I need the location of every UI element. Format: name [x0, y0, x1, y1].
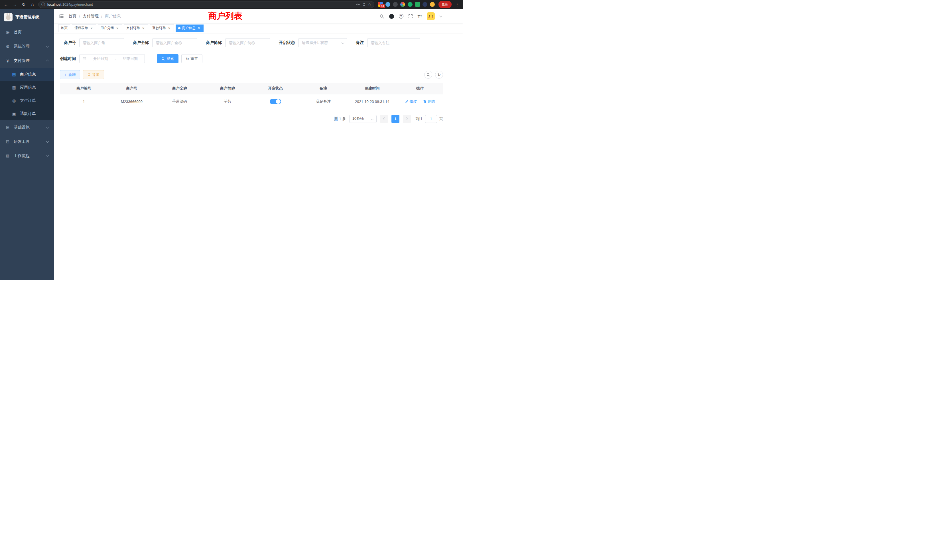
- browser-toolbar: ← → ↻ ⌂ ⓘ localhost:1024/pay/merchant ↥ …: [0, 0, 463, 9]
- reset-button[interactable]: ↻ 重置: [181, 54, 203, 63]
- extension-note-icon[interactable]: [415, 2, 420, 7]
- next-page-button[interactable]: [403, 115, 411, 123]
- tab-process-form[interactable]: 流程表单 ×: [72, 24, 96, 32]
- sidebar-item-merchant-info[interactable]: ▤ 商户信息: [0, 68, 54, 81]
- extension-color-icon[interactable]: [400, 2, 405, 7]
- briefcase-icon: ⊠: [5, 153, 10, 159]
- help-icon[interactable]: ?: [399, 14, 403, 18]
- tab-close-icon[interactable]: ×: [115, 26, 120, 30]
- tab-home[interactable]: 首页: [58, 24, 70, 32]
- cell-short-name: 芋艿: [204, 94, 251, 109]
- table-header-row: 商户编号 商户号 商户全称 商户简称 开启状态 备注 创建时间 操作: [60, 83, 443, 94]
- pagination: 共 1 条 10条/页 1 前往 页: [60, 115, 443, 123]
- app-title: 芋道管理系统: [15, 15, 39, 20]
- full-name-input[interactable]: [152, 38, 197, 47]
- address-bar[interactable]: ⓘ localhost:1024/pay/merchant ↥ ☆: [38, 1, 374, 8]
- tab-user-group[interactable]: 用户分组 ×: [98, 24, 122, 32]
- sidebar-item-payment[interactable]: ¥ 支付管理: [0, 54, 54, 68]
- cell-create-time: 2021-10-23 08:31:14: [347, 94, 397, 109]
- back-button[interactable]: ←: [3, 2, 9, 8]
- prev-page-button[interactable]: [380, 115, 388, 123]
- sidebar-item-label: 支付管理: [14, 58, 30, 63]
- yen-icon: ¥: [5, 59, 10, 63]
- app-logo[interactable]: 芋道管理系统: [0, 9, 54, 25]
- status-toggle[interactable]: [270, 98, 281, 104]
- share-icon[interactable]: ↥: [362, 2, 366, 6]
- tab-close-icon[interactable]: ×: [197, 26, 201, 30]
- sidebar-item-refund-order[interactable]: ▣ 退款订单: [0, 107, 54, 120]
- tab-label: 退款订单: [152, 26, 166, 30]
- tab-refund-order[interactable]: 退款订单 ×: [150, 24, 174, 32]
- search-button[interactable]: 搜索: [157, 54, 179, 63]
- goto-page-input[interactable]: [425, 115, 437, 123]
- browser-menu-icon[interactable]: ⋮: [454, 2, 460, 7]
- cell-merchant-id: 1: [60, 94, 108, 109]
- fullscreen-icon[interactable]: [408, 14, 413, 18]
- sidebar-item-home[interactable]: ◉ 首页: [0, 25, 54, 39]
- breadcrumb-item-home[interactable]: 首页: [68, 14, 76, 19]
- filter-row-1: 商户号 商户全称 商户简称 开启状态 请选择开启状态: [60, 38, 443, 47]
- breadcrumb-item-payment[interactable]: 支付管理: [83, 14, 98, 19]
- user-menu-caret-icon[interactable]: [439, 15, 442, 17]
- tab-label: 支付订单: [126, 26, 140, 30]
- sidebar-item-label: 应用信息: [20, 85, 36, 90]
- status-select[interactable]: 请选择开启状态: [298, 38, 347, 47]
- user-avatar[interactable]: [427, 12, 435, 20]
- current-page-button[interactable]: 1: [392, 115, 399, 123]
- sidebar-item-workflow[interactable]: ⊠ 工作流程: [0, 149, 54, 163]
- sidebar-item-devtools[interactable]: ⊟ 研发工具: [0, 135, 54, 149]
- tab-pay-order[interactable]: 支付订单 ×: [124, 24, 148, 32]
- password-key-icon[interactable]: [356, 2, 360, 6]
- sidebar-item-label: 研发工具: [14, 139, 30, 144]
- github-icon[interactable]: [389, 14, 394, 19]
- font-size-icon[interactable]: TT: [418, 14, 422, 19]
- gear-icon: ⚙: [5, 44, 10, 49]
- extension-pin-icon[interactable]: [422, 2, 427, 7]
- sidebar-item-infra[interactable]: ⊞ 基础设施: [0, 120, 54, 135]
- tab-close-icon[interactable]: ×: [167, 26, 171, 30]
- toggle-search-icon[interactable]: [424, 71, 432, 79]
- reload-button[interactable]: ↻: [21, 2, 27, 8]
- forward-button[interactable]: →: [12, 2, 18, 8]
- chevron-down-icon: [371, 118, 374, 120]
- edit-link[interactable]: 修改: [405, 99, 417, 104]
- page-size-select[interactable]: 10条/页: [349, 115, 377, 123]
- extension-green-icon[interactable]: [408, 2, 413, 7]
- remark-input[interactable]: [367, 38, 420, 47]
- short-name-input[interactable]: [225, 38, 270, 47]
- record-icon: ◎: [11, 98, 17, 103]
- bookmark-star-icon[interactable]: ☆: [368, 2, 371, 6]
- extension-blue-icon[interactable]: [386, 2, 390, 7]
- url-host: localhost: [47, 3, 61, 6]
- export-button[interactable]: ↧ 导出: [83, 70, 104, 79]
- tab-close-icon[interactable]: ×: [141, 26, 145, 30]
- sidebar-toggle-icon[interactable]: [59, 14, 64, 18]
- search-icon[interactable]: [380, 14, 384, 19]
- extension-face-icon[interactable]: [430, 2, 435, 7]
- merchant-no-input[interactable]: [79, 38, 124, 47]
- url-text[interactable]: localhost:1024/pay/merchant: [47, 3, 354, 6]
- tab-close-icon[interactable]: ×: [89, 26, 94, 30]
- card-icon: ▤: [11, 72, 17, 77]
- tab-merchant-info[interactable]: 商户信息 ×: [176, 24, 204, 32]
- extension-dark-icon[interactable]: [393, 2, 398, 7]
- cell-actions: 修改 删除: [397, 94, 443, 109]
- sidebar-item-system[interactable]: ⚙ 系统管理: [0, 39, 54, 54]
- create-time-field: 创建时间 开始日期 - 结束日期: [60, 54, 145, 63]
- refresh-icon: ↻: [186, 57, 189, 61]
- delete-link[interactable]: 删除: [423, 99, 435, 104]
- short-name-label: 商户简称: [206, 40, 222, 45]
- refresh-table-icon[interactable]: ↻: [435, 71, 443, 79]
- page-unit-label: 页: [439, 117, 443, 121]
- date-range-picker[interactable]: 开始日期 - 结束日期: [79, 54, 145, 63]
- cell-merchant-no: M233666999: [108, 94, 156, 109]
- extension-grid-icon[interactable]: 10: [378, 2, 383, 7]
- col-header: 创建时间: [347, 83, 397, 94]
- sidebar-item-app-info[interactable]: ▦ 应用信息: [0, 81, 54, 94]
- add-button[interactable]: + 新增: [60, 70, 80, 79]
- monitor-icon: ⊞: [5, 125, 10, 130]
- home-button[interactable]: ⌂: [29, 2, 36, 8]
- browser-update-button[interactable]: 更新: [439, 1, 452, 8]
- sidebar-item-pay-order[interactable]: ◎ 支付订单: [0, 94, 54, 107]
- site-info-icon[interactable]: ⓘ: [41, 2, 45, 7]
